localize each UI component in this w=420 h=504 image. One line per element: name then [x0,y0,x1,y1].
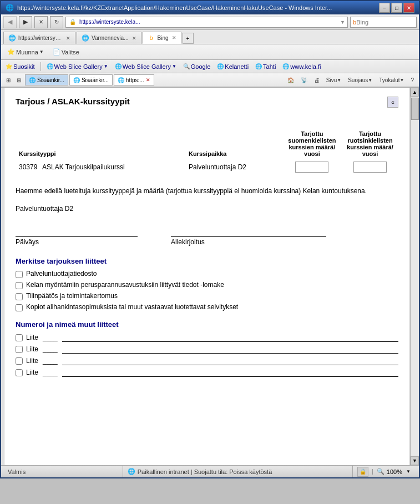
rss-button[interactable]: 📡 [298,74,310,85]
attachment-check-1[interactable] [16,271,23,278]
liite-line-4 [62,368,398,377]
scroll-up-button[interactable]: ▲ [411,88,419,97]
maximize-button[interactable]: □ [391,3,402,13]
address-dropdown[interactable]: ▼ [340,19,345,25]
tab-3-close[interactable]: ✕ [172,35,176,41]
status-bar: Valmis 🌐 Paikallinen intranet | Suojattu… [1,465,419,477]
grid-view-button[interactable]: ⊞ [3,74,13,85]
print-button[interactable]: 🖨 [311,74,322,85]
date-field: Päiväys [16,226,138,246]
home-button[interactable]: 🏠 [285,74,297,85]
tab-2[interactable]: 🌐 Varmennevia... ✕ [77,32,141,44]
page-button[interactable]: Sivu ▼ [323,74,344,85]
forward-button[interactable]: ▶ [19,16,32,28]
liite-text-3: Liite [26,357,38,365]
attachment-item-2: Kelan myöntämiin perusparannusavustuksii… [16,281,398,289]
valitse-button[interactable]: 📄 Valitse [49,46,83,58]
muunna-button[interactable]: ⭐ Muunna ▼ [3,46,48,58]
attachment-check-2[interactable] [16,282,23,289]
course-place-cell: Palveluntuottaja D2 [185,159,282,175]
sign-line [171,226,326,237]
refresh-button[interactable]: ↻ [50,16,63,28]
title-bar: 🌐 https://wintersyste.kela.fi/kz/KZExtra… [1,1,419,14]
ssl-icon: 🔒 [68,18,77,27]
attachments-section: Merkitse tarjouksen liitteet Palveluntuo… [16,257,398,311]
attachment-item-1: Palveluntuottajatiedosto [16,270,398,278]
sv-count-input[interactable] [353,162,387,173]
date-label: Päiväys [16,238,138,246]
zoom-chevron[interactable]: ▼ [404,468,412,476]
tab-1[interactable]: 🌐 https://wintersyste.kela... ✕ [3,32,75,44]
fav-suosikit-label: Suosikit [13,63,35,70]
liite-row-3: Liite ____ [16,356,398,365]
collapse-button[interactable]: « [387,97,398,108]
toolbar-tab-1[interactable]: 🌐 Sisäänkir... [25,74,68,85]
course-sv-cell[interactable] [342,159,398,175]
close-button[interactable]: ✕ [403,3,414,13]
tab-2-close[interactable]: ✕ [132,36,136,41]
toolbar-tab-3[interactable]: 🌐 https:... ✕ [114,74,154,85]
toolbar-tab3-close[interactable]: ✕ [146,77,150,83]
fav-ws2-chevron: ▼ [172,64,176,69]
liite-check-2[interactable] [16,346,23,353]
fav-kelanetti[interactable]: 🌐 Kelanetti [215,63,251,70]
back-button[interactable]: ◀ [3,16,17,28]
tab-3[interactable]: b Bing ✕ [143,32,181,44]
navigation-bar: ◀ ▶ ✕ ↻ 🔒 https://wintersyste.kela... ▼ … [1,14,419,30]
new-tab-button[interactable]: + [183,33,194,44]
fav-google[interactable]: 🔍 Google [181,63,212,70]
security-label: Suojaus [348,77,368,83]
attachment-check-4[interactable] [16,304,23,311]
liite-check-1[interactable] [16,334,23,341]
right-scrollbar[interactable]: ▲ ▼ [410,88,419,465]
col-header-fi: Tarjottu suomenkielisten kurssien määrä/… [282,128,342,159]
fi-count-input[interactable] [295,162,328,173]
fav-tahti[interactable]: 🌐 Tahti [253,63,278,70]
toolbar-tab2-label: Sisäänkir... [82,77,109,83]
liite-line-3 [62,356,398,365]
tab-1-close[interactable]: ✕ [66,36,70,41]
minimize-button[interactable]: − [379,3,390,13]
muunna-icon: ⭐ [7,48,15,56]
tools-button[interactable]: Työkalut ▼ [376,74,407,85]
course-fi-cell[interactable] [282,159,342,175]
toolbar-tab-2[interactable]: 🌐 Sisäänkir... [69,74,113,85]
tab-3-label: Bing [158,35,169,41]
globe-icon: 🌐 [128,468,135,475]
tab-bar: 🌐 https://wintersyste.kela... ✕ 🌐 Varmen… [1,30,419,44]
stop-button[interactable]: ✕ [34,16,48,28]
scroll-down-button[interactable]: ▼ [411,456,419,465]
fav-suosikit[interactable]: ⭐ Suosikit [3,63,37,70]
liite-check-3[interactable] [16,357,23,365]
fav-google-label: Google [191,63,210,70]
zoom-level: 100% [387,468,402,475]
help-button[interactable]: ? [408,74,417,85]
toolbar-tab1-label: Sisäänkir... [37,77,64,83]
fav-webslice1[interactable]: 🌐 Web Slice Gallery ▼ [44,63,110,70]
lock-button[interactable]: 🔒 [357,467,368,477]
toolbar-tab3-label: https:... [126,77,144,83]
tab-1-label: https://wintersyste.kela... [18,35,63,41]
status-text: Valmis [3,466,123,477]
fav-kela[interactable]: 🌐 www.kela.fi [280,63,323,70]
signature-lines: Päiväys Allekirjoitus [16,226,398,246]
status-zone: 🌐 Paikallinen intranet | Suojattu tila: … [123,466,353,477]
attachment-label-3: Tilinpäätös ja toimintakertomus [26,292,118,300]
liite-blank-4: ____ [43,369,58,376]
col-header-type: Kurssityyppi [16,128,185,159]
attachment-check-3[interactable] [16,293,23,300]
scroll-thumb[interactable] [411,98,419,120]
liite-text-1: Liite [26,334,38,341]
search-input[interactable] [356,19,420,26]
col-header-sv: Tarjottu ruotsinkielisten kurssien määrä… [342,128,398,159]
security-chevron: ▼ [368,78,372,83]
tools-chevron: ▼ [400,78,404,83]
valitse-icon: 📄 [53,48,60,56]
address-bar[interactable]: 🔒 https://wintersyste.kela... ▼ [65,17,348,28]
liite-text-2: Liite [26,345,38,353]
liite-check-4[interactable] [16,369,23,376]
security-button[interactable]: Suojaus ▼ [345,74,375,85]
grid-view-button2[interactable]: ⊞ [14,74,24,85]
toolbar-row: ⊞ ⊞ 🌐 Sisäänkir... 🌐 Sisäänkir... 🌐 http… [1,73,419,88]
fav-webslice2[interactable]: 🌐 Web Slice Gallery ▼ [113,63,179,70]
